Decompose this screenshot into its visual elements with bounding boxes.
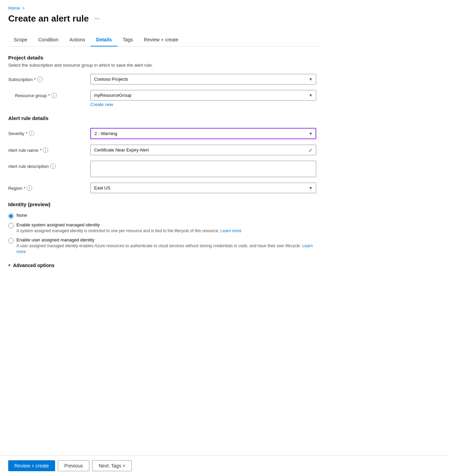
create-new-link[interactable]: Create new (90, 102, 113, 107)
identity-none-item: None (8, 213, 320, 219)
severity-required: * (26, 131, 27, 136)
identity-system-assigned-desc: A system assigned managed identity is re… (16, 228, 242, 234)
advanced-options-toggle[interactable]: ▾ Advanced options (8, 263, 320, 268)
severity-select[interactable]: 2 - Warning 0 - Critical 1 - Error 3 - I… (90, 128, 316, 139)
identity-none-label-wrap: None (16, 213, 27, 218)
severity-info-icon[interactable]: i (29, 131, 34, 136)
subscription-required: * (34, 77, 36, 82)
region-select-wrapper: East US ▼ (90, 183, 316, 193)
identity-user-assigned-item: Enable user assigned managed identity A … (8, 237, 320, 255)
severity-control: 2 - Warning 0 - Critical 1 - Error 3 - I… (90, 128, 316, 139)
tab-actions[interactable]: Actions (64, 34, 91, 47)
tab-tags[interactable]: Tags (117, 34, 139, 47)
identity-system-assigned-label: Enable system assigned managed identity (16, 222, 242, 227)
identity-user-assigned-label-wrap: Enable user assigned managed identity A … (16, 237, 320, 255)
identity-user-assigned-label: Enable user assigned managed identity (16, 237, 320, 242)
alert-rule-description-label: Alert rule description i (8, 161, 90, 169)
identity-user-assigned-radio[interactable] (8, 238, 14, 243)
identity-radio-group: None Enable system assigned managed iden… (8, 213, 320, 254)
tab-details[interactable]: Details (91, 34, 117, 47)
alert-rule-name-info-icon[interactable]: i (43, 147, 48, 153)
alert-rule-description-row: Alert rule description i (8, 161, 320, 177)
region-select[interactable]: East US (90, 183, 316, 193)
breadcrumb: Home > (8, 5, 320, 11)
alert-rule-name-row: Alert rule name * i ✓ (8, 145, 320, 155)
advanced-options-label: Advanced options (13, 263, 54, 268)
severity-row: Severity * i 2 - Warning 0 - Critical 1 … (8, 128, 320, 139)
project-details-title: Project details (8, 55, 320, 61)
alert-rule-details-section: Alert rule details Severity * i 2 - Warn… (8, 115, 320, 193)
region-label: Region * i (8, 183, 90, 191)
subscription-label: Subscription * i (8, 74, 90, 82)
subscription-select-wrapper: Contoso Projects ▼ (90, 74, 316, 84)
breadcrumb-separator: > (22, 6, 25, 11)
next-tags-button[interactable]: Next: Tags > (92, 460, 132, 471)
identity-none-label: None (16, 213, 27, 218)
system-assigned-learn-more-link[interactable]: Learn more (220, 228, 241, 233)
region-row: Region * i East US ▼ (8, 183, 320, 193)
alert-rule-description-control (90, 161, 316, 177)
alert-rule-description-input[interactable] (90, 161, 316, 177)
review-create-button[interactable]: Review + create (8, 460, 55, 471)
resource-group-label: Resource group * i (8, 90, 90, 98)
project-details-desc: Select the subscription and resource gro… (8, 63, 320, 68)
alert-rule-details-title: Alert rule details (8, 115, 320, 121)
resource-group-row: Resource group * i myResourceGroup ▼ Cre… (8, 90, 320, 107)
alert-rule-name-control: ✓ (90, 145, 316, 155)
severity-select-wrapper: 2 - Warning 0 - Critical 1 - Error 3 - I… (90, 128, 316, 139)
subscription-info-icon[interactable]: i (37, 77, 43, 82)
alert-rule-name-label: Alert rule name * i (8, 145, 90, 153)
alert-rule-description-info-icon[interactable]: i (50, 163, 56, 169)
resource-group-control: myResourceGroup ▼ Create new (90, 90, 316, 107)
tab-condition[interactable]: Condition (33, 34, 64, 47)
previous-button[interactable]: Previous (58, 460, 89, 471)
identity-system-assigned-label-wrap: Enable system assigned managed identity … (16, 222, 242, 234)
resource-group-select-wrapper: myResourceGroup ▼ (90, 90, 316, 101)
severity-label: Severity * i (8, 128, 90, 136)
ellipsis-button[interactable]: ··· (92, 14, 102, 23)
page-title: Create an alert rule (8, 13, 89, 24)
breadcrumb-home[interactable]: Home (8, 5, 20, 11)
collapse-icon: ▾ (8, 263, 10, 268)
tab-scope[interactable]: Scope (8, 34, 33, 47)
subscription-control: Contoso Projects ▼ (90, 74, 316, 84)
tabs-nav: Scope Condition Actions Details Tags Rev… (8, 34, 320, 47)
footer-bar: Review + create Previous Next: Tags > (0, 455, 449, 476)
alert-rule-name-input-wrap: ✓ (90, 145, 316, 155)
page-title-row: Create an alert rule ··· (8, 13, 320, 24)
project-details-section: Project details Select the subscription … (8, 55, 320, 107)
region-control: East US ▼ (90, 183, 316, 193)
identity-user-assigned-desc: A user assigned managed identity enables… (16, 243, 320, 255)
resource-group-select[interactable]: myResourceGroup (90, 90, 316, 101)
resource-group-info-icon[interactable]: i (51, 93, 57, 98)
alert-rule-name-check-icon: ✓ (308, 147, 313, 153)
identity-system-assigned-radio[interactable] (8, 223, 14, 228)
tab-review-create[interactable]: Review + create (138, 34, 184, 47)
region-info-icon[interactable]: i (27, 185, 32, 191)
region-required: * (24, 186, 25, 191)
identity-system-assigned-item: Enable system assigned managed identity … (8, 222, 320, 234)
resource-group-required: * (48, 93, 50, 98)
subscription-select[interactable]: Contoso Projects (90, 74, 316, 84)
identity-section: Identity (preview) None Enable system as… (8, 201, 320, 268)
alert-rule-name-required: * (40, 148, 41, 153)
identity-title: Identity (preview) (8, 201, 320, 207)
subscription-row: Subscription * i Contoso Projects ▼ (8, 74, 320, 84)
identity-none-radio[interactable] (8, 213, 14, 219)
alert-rule-name-input[interactable] (90, 145, 316, 155)
